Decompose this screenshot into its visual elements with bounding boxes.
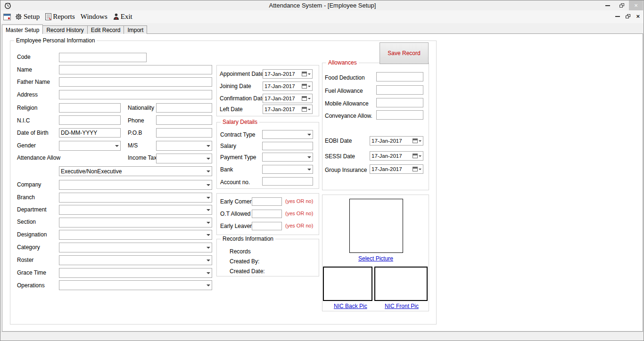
contract-type-select[interactable]: [262, 130, 313, 139]
branch-dropdown-button[interactable]: [205, 193, 212, 202]
name-input[interactable]: [59, 65, 212, 74]
chevron-down-icon: [206, 158, 210, 160]
grace-time-dropdown-button[interactable]: [205, 268, 212, 277]
designation-select[interactable]: [59, 230, 212, 240]
tab-master-setup[interactable]: Master Setup: [2, 24, 43, 34]
tab-import[interactable]: Import: [124, 25, 147, 34]
menu-setup[interactable]: Setup: [14, 12, 44, 22]
religion-input[interactable]: [59, 103, 121, 113]
menu-exit[interactable]: Exit: [112, 12, 137, 22]
mobile-allowance-input[interactable]: [376, 98, 423, 107]
early-leaver-label: Early Leaver: [220, 223, 252, 229]
joining-date-label: Joining Date: [220, 83, 251, 89]
executive-type-dropdown-button[interactable]: [205, 167, 212, 176]
chevron-down-icon: [307, 134, 311, 136]
code-input[interactable]: [59, 53, 147, 62]
ms-select[interactable]: [156, 141, 212, 151]
account-no-input[interactable]: [262, 177, 313, 186]
calendar-icon: [413, 138, 418, 143]
grace-time-select[interactable]: [59, 268, 212, 278]
gender-label: Gender: [17, 142, 36, 149]
food-deduction-input[interactable]: [376, 72, 423, 81]
operations-select[interactable]: [59, 280, 212, 290]
address-input[interactable]: [59, 90, 212, 99]
section-select[interactable]: [59, 218, 212, 227]
joining-date-calendar-button[interactable]: [300, 82, 312, 90]
eobi-date-calendar-button[interactable]: [411, 137, 423, 145]
bank-dropdown-button[interactable]: [305, 165, 313, 173]
ot-allowed-input[interactable]: [252, 210, 282, 218]
group-insurance-date-picker[interactable]: 17-Jan-2017: [370, 164, 423, 174]
appointment-date-picker[interactable]: 17-Jan-2017: [263, 69, 313, 79]
date-of-birth-input[interactable]: [59, 128, 121, 138]
nationality-input[interactable]: [156, 103, 212, 113]
sessi-date-calendar-button[interactable]: [411, 152, 423, 160]
nic-front-pic-link[interactable]: NIC Front Pic: [385, 303, 419, 309]
department-select[interactable]: [59, 205, 212, 215]
phone-input[interactable]: [156, 115, 212, 125]
pob-input[interactable]: [156, 128, 212, 138]
appointment-date-calendar-button[interactable]: [300, 70, 312, 78]
tab-record-history[interactable]: Record History: [43, 25, 87, 34]
phone-label: Phone: [128, 117, 144, 124]
left-date-value: 17-Jan-2017: [263, 106, 300, 112]
window-close-button[interactable]: ×: [629, 0, 643, 10]
designation-dropdown-button[interactable]: [205, 230, 212, 239]
early-comer-input[interactable]: [252, 197, 282, 206]
operations-dropdown-button[interactable]: [205, 281, 212, 290]
save-record-button[interactable]: Save Record: [380, 42, 429, 64]
sessi-date-label: SESSI Date: [325, 153, 355, 160]
nic-back-pic-link[interactable]: NIC Back Pic: [334, 303, 367, 309]
section-dropdown-button[interactable]: [205, 218, 212, 227]
executive-type-value: Executive/NonExecutive: [59, 168, 205, 175]
tab-strip: Master Setup Record History Edit Record …: [2, 24, 147, 34]
sessi-date-picker[interactable]: 17-Jan-2017: [370, 151, 423, 161]
conveyance-allow-input[interactable]: [376, 110, 423, 120]
payment-type-select[interactable]: [262, 153, 313, 162]
income-tax-dropdown-button[interactable]: [205, 154, 212, 163]
confirmation-date-calendar-button[interactable]: [300, 94, 312, 103]
section-label: Section: [17, 219, 36, 225]
mdi-close-icon[interactable]: ×: [636, 13, 640, 19]
payment-type-dropdown-button[interactable]: [305, 153, 313, 161]
eobi-date-picker[interactable]: 17-Jan-2017: [370, 136, 423, 146]
window-minimize-button[interactable]: [601, 0, 615, 10]
category-dropdown-button[interactable]: [205, 243, 212, 252]
gender-select[interactable]: [59, 141, 121, 151]
joining-date-picker[interactable]: 17-Jan-2017: [263, 81, 313, 91]
mdi-restore-icon[interactable]: [626, 14, 630, 18]
gender-dropdown-button[interactable]: [113, 141, 120, 150]
bank-select[interactable]: [262, 165, 313, 174]
father-name-input[interactable]: [59, 77, 212, 87]
company-select[interactable]: [59, 180, 212, 190]
roster-dropdown-button[interactable]: [205, 256, 212, 265]
contract-type-dropdown-button[interactable]: [305, 130, 313, 138]
income-tax-select[interactable]: [156, 154, 212, 163]
group-insurance-calendar-button[interactable]: [411, 165, 423, 173]
menu-setup-label: Setup: [24, 13, 40, 21]
roster-select[interactable]: [59, 255, 212, 265]
employee-picture-box[interactable]: [349, 199, 403, 253]
tab-edit-record[interactable]: Edit Record: [88, 25, 124, 34]
menu-reports[interactable]: Reports: [44, 12, 79, 22]
window-restore-button[interactable]: [615, 0, 629, 10]
branch-select[interactable]: [59, 193, 212, 203]
confirmation-date-picker[interactable]: 17-Jan-2017: [263, 94, 313, 103]
left-date-picker[interactable]: 17-Jan-2017: [263, 105, 313, 114]
menu-windows[interactable]: Windows: [79, 12, 112, 22]
early-leaver-input[interactable]: [252, 222, 282, 230]
fuel-allowance-input[interactable]: [376, 85, 423, 95]
executive-type-select[interactable]: Executive/NonExecutive: [59, 166, 212, 176]
nic-input[interactable]: [59, 115, 121, 125]
left-date-calendar-button[interactable]: [300, 105, 312, 114]
mdi-minimize-icon[interactable]: [615, 16, 620, 17]
department-dropdown-button[interactable]: [205, 205, 212, 214]
company-dropdown-button[interactable]: [205, 180, 212, 189]
salary-input[interactable]: [262, 142, 313, 150]
category-select[interactable]: [59, 243, 212, 252]
nic-front-picture-box[interactable]: [374, 267, 428, 301]
select-picture-link[interactable]: Select Picture: [358, 255, 393, 262]
nic-back-picture-box[interactable]: [323, 267, 372, 301]
department-label: Department: [17, 206, 47, 213]
ms-dropdown-button[interactable]: [205, 141, 212, 150]
